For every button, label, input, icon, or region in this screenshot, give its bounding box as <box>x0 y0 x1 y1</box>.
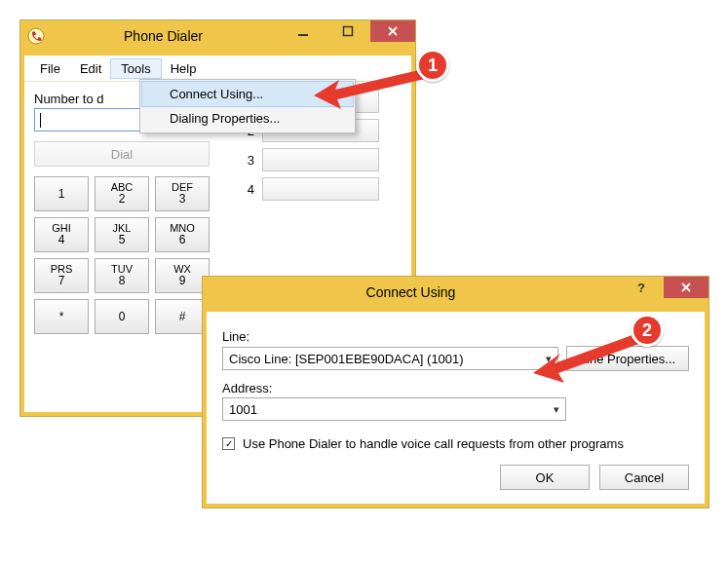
key-5[interactable]: JKL5 <box>95 217 149 252</box>
titlebar[interactable]: Phone Dialer <box>20 20 415 52</box>
dial-button[interactable]: Dial <box>34 141 210 167</box>
key-6[interactable]: MNO6 <box>155 217 210 252</box>
svg-rect-2 <box>344 27 353 36</box>
callout-badge-1: 1 <box>416 49 449 82</box>
address-combo[interactable]: 1001 ▾ <box>222 397 566 421</box>
checkbox-label: Use Phone Dialer to handle voice call re… <box>243 436 624 451</box>
cancel-button[interactable]: Cancel <box>599 465 689 490</box>
checkbox-icon[interactable]: ✓ <box>222 437 235 450</box>
svg-marker-4 <box>533 332 644 383</box>
svg-rect-1 <box>298 34 308 36</box>
menu-edit[interactable]: Edit <box>70 59 111 78</box>
connect-using-dialog: Connect Using ? Line: Cisco Line: [SEP00… <box>202 276 709 508</box>
window-title: Phone Dialer <box>46 28 281 44</box>
dial-label: Dial <box>111 147 133 162</box>
svg-marker-3 <box>314 69 425 109</box>
key-7[interactable]: PRS7 <box>34 258 89 293</box>
minimize-button[interactable] <box>281 20 326 42</box>
arrow-1-icon <box>314 66 431 115</box>
app-icon <box>26 26 46 46</box>
help-button[interactable]: ? <box>619 277 664 298</box>
menu-file[interactable]: File <box>30 59 70 78</box>
address-value: 1001 <box>229 402 257 417</box>
svg-point-0 <box>28 28 44 44</box>
dialog-titlebar[interactable]: Connect Using ? <box>203 277 709 308</box>
speed-3-label: 3 <box>245 153 254 168</box>
dialog-title: Connect Using <box>203 284 619 300</box>
callout-badge-2: 2 <box>631 314 664 347</box>
key-3[interactable]: DEF3 <box>155 176 210 211</box>
line-combo[interactable]: Cisco Line: [SEP001EBE90DACA] (1001) ▾ <box>222 347 558 370</box>
line-value: Cisco Line: [SEP001EBE90DACA] (1001) <box>229 352 464 366</box>
menu-help[interactable]: Help <box>161 59 207 78</box>
close-button[interactable] <box>370 20 415 42</box>
help-icon: ? <box>637 281 645 295</box>
menu-tools[interactable]: Tools <box>111 59 160 78</box>
speed-4-label: 4 <box>245 182 254 197</box>
speed-3-button[interactable] <box>262 148 379 171</box>
key-4[interactable]: GHI4 <box>34 217 89 252</box>
ok-button[interactable]: OK <box>500 465 590 490</box>
speed-4-button[interactable] <box>262 177 379 201</box>
key-0[interactable]: 0 <box>95 299 149 334</box>
handle-voice-checkbox-row[interactable]: ✓ Use Phone Dialer to handle voice call … <box>222 436 689 451</box>
key-1[interactable]: 1 <box>34 176 89 211</box>
text-caret-icon <box>40 113 41 128</box>
key-8[interactable]: TUV8 <box>95 258 149 293</box>
dialog-close-button[interactable] <box>664 277 709 298</box>
key-2[interactable]: ABC2 <box>95 176 149 211</box>
maximize-button[interactable] <box>326 20 370 42</box>
key-star[interactable]: * <box>34 299 89 334</box>
chevron-down-icon: ▾ <box>554 403 559 416</box>
